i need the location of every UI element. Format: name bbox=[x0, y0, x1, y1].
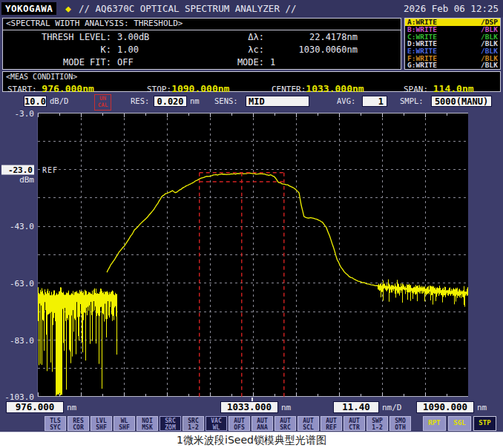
brand-diamond-icon: ◆ bbox=[65, 2, 71, 15]
analysis-cell-1-3: 1030.0060nm bbox=[264, 44, 369, 56]
sens-label: SENS: bbox=[214, 96, 238, 105]
softkey-tls-syc[interactable]: TLS SYC bbox=[45, 416, 66, 431]
center-value[interactable]: 1033.000nm bbox=[306, 83, 364, 94]
softkey-vac-wl[interactable]: VAC WL bbox=[206, 416, 227, 431]
start-value[interactable]: 976.000nm bbox=[42, 83, 93, 94]
trace-row-b[interactable]: B:WRITE/BLK bbox=[405, 26, 500, 33]
trace-mode: /BLK bbox=[481, 26, 498, 33]
analysis-row-2: MODE FIT:OFFMODE:1 bbox=[3, 56, 401, 69]
y-unit-label: dBm bbox=[0, 175, 34, 185]
uncal-line1: UN bbox=[99, 95, 106, 102]
y-label--83: -83.0 bbox=[0, 336, 34, 346]
softkey-src-zom[interactable]: SRC ZOM bbox=[160, 416, 181, 431]
analysis-panel: <SPECTRAL WIDTH ANALYSIS: THRESHOLD> THR… bbox=[2, 18, 401, 70]
sweep-key-sgl[interactable]: SGL bbox=[448, 416, 471, 431]
softkey-aut-ref[interactable]: AUT REF bbox=[320, 416, 342, 431]
analysis-cell-0-2: Δλ: bbox=[194, 31, 264, 44]
analysis-row-0: THRESH LEVEL:3.00dBΔλ:22.4178nm bbox=[3, 31, 401, 44]
analysis-cell-0-3: 22.4178nm bbox=[264, 31, 369, 44]
softkey-bar: TLS SYCRES CORLVL SHFWL SHFNOI MSKSRC ZO… bbox=[45, 416, 411, 431]
analysis-cell-1-0: K: bbox=[3, 44, 111, 56]
yokogawa-logo: YOKOGAWA bbox=[1, 2, 56, 15]
trace-name: G:WRITE bbox=[407, 62, 437, 69]
sweep-key-bar: RPTSGLSTP bbox=[423, 416, 496, 431]
x-start-unit: nm bbox=[67, 403, 76, 412]
x-center-field[interactable]: 1033.000 bbox=[220, 401, 278, 413]
analysis-cell-2-1: OFF bbox=[111, 56, 194, 69]
x-stop-unit: nm bbox=[477, 403, 487, 412]
analysis-row-1: K:1.00λc:1030.0060nm bbox=[3, 44, 401, 56]
sens-field[interactable]: MID bbox=[246, 96, 309, 107]
screenshot-stage: YOKOGAWA ◆ // AQ6370C OPTICAL SPECTRUM A… bbox=[0, 0, 503, 448]
smpl-label: SMPL: bbox=[400, 96, 424, 105]
y-label--63: -63.0 bbox=[0, 279, 34, 289]
trace-name: B:WRITE bbox=[407, 26, 437, 33]
softkey-src-1-2[interactable]: SRC 1-2 bbox=[183, 416, 204, 431]
x-stop-field[interactable]: 1090.000 bbox=[416, 401, 474, 413]
trace-status-panel: A:WRITE/DSPB:WRITE/BLKC:WRITE/BLKD:WRITE… bbox=[404, 18, 501, 70]
softkey-aut-ofs[interactable]: AUT OFS bbox=[229, 416, 250, 431]
softkey-swp-1-2[interactable]: SWP 1-2 bbox=[366, 416, 388, 431]
spectrum-svg bbox=[38, 113, 468, 397]
level-scale-field[interactable]: 10.0 bbox=[24, 96, 47, 107]
softkey-res-cor[interactable]: RES COR bbox=[68, 416, 89, 431]
softkey-noi-msk[interactable]: NOI MSK bbox=[137, 416, 158, 431]
res-field[interactable]: 0.020 bbox=[154, 96, 187, 107]
trace-mode: /BLK bbox=[481, 62, 498, 69]
analysis-rows: THRESH LEVEL:3.00dBΔλ:22.4178nmK:1.00λc:… bbox=[3, 30, 401, 69]
datetime: 2026 Feb 06 12:25 bbox=[404, 3, 499, 14]
avg-field[interactable]: 1 bbox=[362, 96, 387, 107]
softkey-lvl-shf[interactable]: LVL SHF bbox=[91, 416, 112, 431]
softkey-aut-scl[interactable]: AUT SCL bbox=[297, 416, 319, 431]
y-label--43: -43.0 bbox=[0, 222, 34, 231]
y-label--3: -3.0 bbox=[0, 109, 34, 119]
y-label--103: -103.0 bbox=[0, 392, 34, 402]
span-value[interactable]: 114.0nm bbox=[433, 83, 474, 94]
analysis-cell-1-1: 1.00 bbox=[111, 44, 194, 56]
stop-value[interactable]: 1090.000nm bbox=[171, 83, 229, 94]
osa-screen: YOKOGAWA ◆ // AQ6370C OPTICAL SPECTRUM A… bbox=[0, 0, 503, 432]
spectrum-plot: REF bbox=[37, 113, 468, 397]
res-label: RES: bbox=[131, 96, 149, 105]
analysis-cell-2-0: MODE FIT: bbox=[3, 56, 111, 69]
analysis-cell-0-0: THRESH LEVEL: bbox=[3, 31, 111, 44]
uncal-line2: CAL bbox=[98, 102, 108, 108]
smpl-field[interactable]: 5000(MANU) bbox=[431, 96, 492, 107]
softkey-wl-shf[interactable]: WL SHF bbox=[114, 416, 135, 431]
sweep-key-stp[interactable]: STP bbox=[473, 416, 496, 431]
analysis-cell-1-2: λc: bbox=[194, 44, 264, 56]
title-bar: YOKOGAWA ◆ // AQ6370C OPTICAL SPECTRUM A… bbox=[0, 0, 503, 17]
figure-caption: 1微米波段iSeed锁模典型光谱图 bbox=[0, 432, 503, 448]
x-per-div-field[interactable]: 11.40 bbox=[333, 401, 379, 413]
display-settings-row: 10.0 dB/D UNCAL RES: 0.020 nm SENS: MID … bbox=[0, 93, 503, 111]
ref-line-label: REF bbox=[42, 166, 58, 174]
softkey-aut-src[interactable]: AUT SRC bbox=[274, 416, 296, 431]
res-unit: nm bbox=[190, 96, 200, 105]
meas-condition-panel: <MEAS CONDITION> START: 976.000nm STOP:1… bbox=[2, 71, 501, 92]
avg-label: AVG: bbox=[337, 96, 355, 105]
softkey-aut-ctr[interactable]: AUT CTR bbox=[343, 416, 365, 431]
x-start-field[interactable]: 976.000 bbox=[6, 401, 64, 413]
trace-row-g[interactable]: G:WRITE/BLK bbox=[405, 62, 500, 69]
analysis-cell-2-2: MODE: bbox=[194, 56, 264, 69]
analysis-panel-title: <SPECTRAL WIDTH ANALYSIS: THRESHOLD> bbox=[3, 19, 401, 30]
meas-condition-title: <MEAS CONDITION> bbox=[6, 73, 77, 81]
softkey-aut-ana[interactable]: AUT ANA bbox=[252, 416, 273, 431]
level-scale-unit: dB/D bbox=[50, 96, 68, 105]
ref-level-field[interactable]: -23.0 bbox=[1, 165, 34, 175]
uncal-indicator: UNCAL bbox=[94, 94, 111, 111]
x-center-unit: nm bbox=[281, 403, 291, 412]
x-per-div-unit: nm/D bbox=[382, 403, 402, 412]
sweep-key-rpt[interactable]: RPT bbox=[423, 416, 446, 431]
analysis-cell-0-1: 3.00dB bbox=[111, 31, 194, 44]
page-title: // AQ6370C OPTICAL SPECTRUM ANALYZER // bbox=[79, 3, 297, 14]
softkey-smo-oth[interactable]: SMO OTH bbox=[389, 416, 411, 431]
analysis-cell-2-3: 1 bbox=[264, 56, 369, 69]
